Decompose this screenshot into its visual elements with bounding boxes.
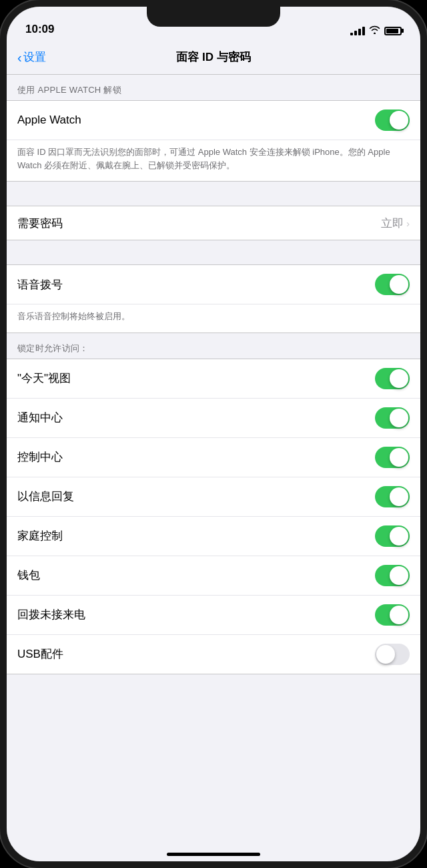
status-icons	[350, 25, 402, 36]
page-title: 面容 ID 与密码	[176, 49, 250, 65]
chevron-right-icon: ›	[406, 218, 410, 229]
return-calls-toggle[interactable]	[375, 604, 410, 626]
notch	[147, 7, 280, 27]
voice-dialing-section: 语音拨号 音乐语音控制将始终被启用。	[7, 264, 420, 333]
status-time: 10:09	[25, 23, 54, 36]
usb-accessory-label: USB配件	[17, 646, 63, 662]
apple-watch-section-header: 使用 APPLE WATCH 解锁	[7, 75, 420, 100]
passcode-section: 需要密码 立即 ›	[7, 206, 420, 240]
apple-watch-toggle[interactable]	[375, 110, 410, 131]
voice-dialing-toggle[interactable]	[375, 274, 410, 295]
home-control-toggle[interactable]	[375, 525, 410, 547]
home-control-row[interactable]: 家庭控制	[7, 517, 420, 556]
today-view-toggle[interactable]	[375, 368, 410, 389]
phone-frame: 10:09 ‹ 设置 面容 ID	[0, 0, 427, 868]
wallet-toggle[interactable]	[375, 565, 410, 586]
home-indicator	[167, 853, 260, 856]
allow-access-section: "今天"视图 通知中心 控制中心 以信息回复	[7, 359, 420, 674]
notification-center-row[interactable]: 通知中心	[7, 399, 420, 438]
control-center-label: 控制中心	[17, 449, 63, 465]
voice-dialing-label: 语音拨号	[17, 277, 63, 292]
require-passcode-value: 立即 ›	[381, 216, 410, 231]
control-center-toggle[interactable]	[375, 447, 410, 468]
gap-bottom	[7, 674, 420, 698]
control-center-row[interactable]: 控制中心	[7, 438, 420, 477]
reply-message-toggle[interactable]	[375, 486, 410, 507]
wallet-label: 钱包	[17, 568, 40, 583]
reply-message-label: 以信息回复	[17, 489, 74, 504]
require-passcode-row[interactable]: 需要密码 立即 ›	[7, 206, 420, 240]
apple-watch-row[interactable]: Apple Watch	[7, 101, 420, 140]
allow-access-header: 锁定时允许访问：	[7, 333, 420, 359]
nav-bar: ‹ 设置 面容 ID 与密码	[7, 40, 420, 75]
usb-accessory-row[interactable]: USB配件	[7, 635, 420, 674]
apple-watch-description: 面容 ID 因口罩而无法识别您的面部时，可通过 Apple Watch 安全连接…	[7, 140, 420, 181]
back-button[interactable]: ‹ 设置	[17, 49, 46, 65]
require-passcode-label: 需要密码	[17, 216, 63, 231]
back-label: 设置	[23, 49, 46, 65]
battery-icon	[384, 27, 402, 35]
gap-2	[7, 240, 420, 264]
wifi-icon	[369, 25, 380, 36]
signal-icon	[350, 27, 365, 35]
usb-accessory-toggle[interactable]	[375, 644, 410, 665]
today-view-row[interactable]: "今天"视图	[7, 359, 420, 399]
toggle-knob-2	[390, 275, 408, 294]
home-control-label: 家庭控制	[17, 528, 63, 544]
voice-dialing-description: 音乐语音控制将始终被启用。	[7, 304, 420, 333]
return-calls-row[interactable]: 回拨未接来电	[7, 596, 420, 635]
content-area: 使用 APPLE WATCH 解锁 Apple Watch 面容 ID 因口罩而…	[7, 75, 420, 868]
apple-watch-label: Apple Watch	[17, 114, 81, 127]
voice-dialing-row[interactable]: 语音拨号	[7, 265, 420, 304]
wallet-row[interactable]: 钱包	[7, 556, 420, 596]
return-calls-label: 回拨未接来电	[17, 607, 85, 622]
today-view-label: "今天"视图	[17, 371, 71, 386]
gap-1	[7, 182, 420, 206]
toggle-knob	[390, 111, 408, 130]
notification-center-label: 通知中心	[17, 410, 63, 425]
reply-message-row[interactable]: 以信息回复	[7, 477, 420, 517]
apple-watch-section: Apple Watch 面容 ID 因口罩而无法识别您的面部时，可通过 Appl…	[7, 100, 420, 182]
notification-center-toggle[interactable]	[375, 407, 410, 429]
back-chevron-icon: ‹	[17, 51, 22, 64]
